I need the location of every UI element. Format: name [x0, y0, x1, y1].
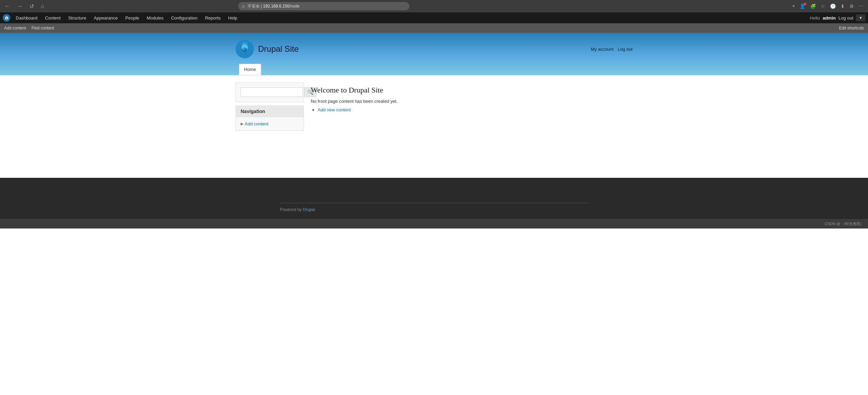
address-bar[interactable]: ⚠ 不安全 | 192.168.6.150/node	[238, 2, 409, 10]
admin-username: admin	[822, 15, 835, 21]
edit-shortcuts-link[interactable]: Edit shortcuts	[839, 26, 864, 30]
close-tab-button[interactable]: ×	[791, 2, 796, 10]
site-header-top: Drupal Site My account Log out	[235, 40, 633, 58]
forward-button[interactable]: →	[15, 2, 25, 11]
drupal-home-icon[interactable]: 🏠	[3, 14, 10, 22]
nav-arrow-icon: ▶	[241, 122, 243, 126]
security-warning-icon: ⚠	[242, 4, 245, 9]
navigation-block: Navigation ▶ Add content	[235, 106, 304, 131]
add-new-content-link[interactable]: Add new content	[318, 107, 351, 112]
bottom-bar-text: CSDN @ （时光煮雨）	[825, 221, 864, 226]
my-account-link[interactable]: My account	[591, 47, 613, 52]
browser-actions: × 👤 🧩 ☆ 🕐 ⬇ ⚙ ⋯	[791, 2, 865, 10]
admin-nav-reports[interactable]: Reports	[202, 13, 224, 23]
shortcuts-bar: Add content Find content Edit shortcuts	[0, 23, 868, 33]
admin-nav: Dashboard Content Structure Appearance P…	[12, 13, 810, 23]
svg-point-4	[243, 49, 245, 50]
admin-nav-modules[interactable]: Modules	[143, 13, 167, 23]
footer-inner: Powered by Drupal	[280, 207, 588, 212]
site-title[interactable]: Drupal Site	[258, 44, 299, 54]
back-button[interactable]: ←	[3, 2, 12, 11]
nav-add-content-link[interactable]: Add content	[245, 121, 268, 126]
extensions-button[interactable]: 🧩	[808, 2, 818, 10]
list-item: Add new content	[318, 107, 633, 112]
admin-logout-link[interactable]: Log out	[839, 15, 853, 21]
navigation-block-title: Navigation	[236, 106, 304, 117]
footer-text: Powered by Drupal	[280, 207, 588, 212]
admin-nav-content[interactable]: Content	[42, 13, 64, 23]
site-branding: Drupal Site	[235, 40, 299, 58]
home-button[interactable]: ⌂	[39, 2, 46, 11]
favorites-button[interactable]: ☆	[819, 2, 827, 10]
site-footer: Powered by Drupal	[0, 178, 868, 219]
footer-divider	[280, 203, 588, 203]
refresh-button[interactable]: ↺	[27, 2, 36, 11]
hello-text: Hello	[810, 15, 820, 21]
browser-bottom-bar: CSDN @ （时光煮雨）	[0, 219, 868, 229]
main-inner: 🔍 Navigation ▶ Add content Welcome to Dr…	[229, 75, 639, 138]
search-block: 🔍	[235, 82, 304, 102]
notifications-button[interactable]: 👤	[798, 2, 807, 10]
search-form: 🔍	[241, 87, 299, 97]
main-wrapper: 🔍 Navigation ▶ Add content Welcome to Dr…	[0, 75, 868, 178]
sidebar: 🔍 Navigation ▶ Add content	[235, 82, 304, 131]
navigation-block-items: ▶ Add content	[236, 117, 304, 131]
site-header-inner: Drupal Site My account Log out Home	[229, 40, 639, 75]
svg-point-3	[243, 48, 247, 52]
admin-dropdown-button[interactable]: ▼	[856, 14, 865, 21]
content-links-list: Add new content	[311, 107, 633, 112]
admin-nav-appearance[interactable]: Appearance	[90, 13, 121, 23]
header-user-links: My account Log out	[591, 47, 633, 52]
header-logout-link[interactable]: Log out	[618, 47, 633, 52]
drupal-footer-link[interactable]: Drupal	[303, 207, 315, 212]
site-nav-home[interactable]: Home	[239, 64, 261, 75]
shortcut-find-content[interactable]: Find content	[31, 26, 54, 30]
content-area: Welcome to Drupal Site No front page con…	[311, 82, 633, 131]
more-button[interactable]: ⋯	[857, 2, 865, 10]
downloads-button[interactable]: ⬇	[839, 2, 846, 10]
address-text: 不安全 | 192.168.6.150/node	[247, 3, 300, 9]
browser-chrome: ← → ↺ ⌂ ⚠ 不安全 | 192.168.6.150/node × 👤 🧩…	[0, 0, 868, 12]
admin-nav-dashboard[interactable]: Dashboard	[12, 13, 41, 23]
admin-bar-right: Hello admin Log out ▼	[810, 14, 865, 21]
page-title: Welcome to Drupal Site	[311, 86, 633, 95]
search-input[interactable]	[241, 87, 303, 97]
no-content-message: No front page content has been created y…	[311, 99, 633, 104]
settings-button[interactable]: ⚙	[848, 2, 856, 10]
shortcut-add-content[interactable]: Add content	[4, 26, 26, 30]
admin-nav-configuration[interactable]: Configuration	[168, 13, 201, 23]
admin-bar: 🏠 Dashboard Content Structure Appearance…	[0, 12, 868, 23]
site-nav: Home	[239, 64, 633, 75]
list-item: ▶ Add content	[236, 120, 304, 128]
admin-nav-help[interactable]: Help	[225, 13, 241, 23]
drupal-logo	[235, 40, 254, 58]
notification-dot	[804, 3, 806, 5]
site-header: Drupal Site My account Log out Home	[0, 33, 868, 75]
admin-nav-people[interactable]: People	[122, 13, 142, 23]
history-button[interactable]: 🕐	[828, 2, 838, 10]
admin-nav-structure[interactable]: Structure	[65, 13, 90, 23]
